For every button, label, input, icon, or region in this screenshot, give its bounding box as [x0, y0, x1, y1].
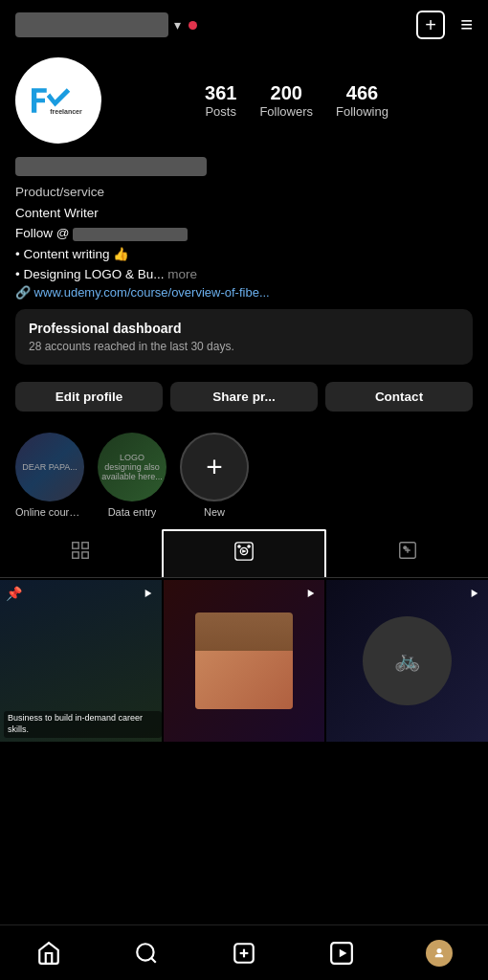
reels-icon: [233, 541, 255, 568]
highlight-circle-1: DEAR PAPA...: [15, 433, 84, 501]
svg-rect-2: [73, 543, 78, 548]
tab-grid[interactable]: [0, 529, 162, 577]
bio-category: Product/service: [15, 182, 473, 203]
svg-text:freelancer: freelancer: [50, 108, 82, 115]
reels-grid: 📌 Business to build in-demand career ski…: [0, 580, 488, 742]
avatar[interactable]: freelancer: [15, 57, 101, 144]
highlight-label-2: Data entry: [108, 506, 157, 518]
nav-add[interactable]: [220, 929, 268, 977]
highlights-section: DEAR PAPA... Online course LOGO & Car...…: [0, 427, 488, 529]
pin-icon: 📌: [6, 586, 22, 601]
profile-nav-avatar: [426, 940, 453, 967]
tab-tagged[interactable]: [326, 529, 488, 577]
display-name-blur: [15, 157, 207, 176]
svg-line-14: [151, 958, 156, 963]
top-bar: ▾ + ≡: [0, 0, 488, 50]
bio-follow: Follow @: [15, 223, 473, 244]
nav-home[interactable]: [25, 929, 73, 977]
follow-username-blur: [73, 228, 188, 241]
add-post-button[interactable]: +: [416, 11, 445, 39]
bottom-nav: [0, 924, 488, 980]
top-bar-left: ▾: [15, 12, 197, 37]
highlight-label-1: Online course LOGO & Car...: [15, 506, 84, 518]
edit-profile-button[interactable]: Edit profile: [15, 382, 163, 412]
dashboard-subtitle: 28 accounts reached in the last 30 days.: [29, 340, 459, 353]
reel-cell-2[interactable]: [164, 580, 325, 742]
stats-row: 361 Posts 200 Followers 466 Following: [121, 82, 473, 119]
svg-rect-4: [73, 552, 78, 558]
following-count: 466: [346, 82, 378, 104]
highlight-label-new: New: [204, 506, 225, 518]
plus-icon: +: [206, 453, 223, 481]
reel-play-icon-3: [467, 586, 482, 605]
username-blur: [15, 12, 168, 37]
svg-marker-19: [340, 948, 347, 957]
add-icon: +: [416, 11, 445, 39]
bio-more[interactable]: more: [167, 267, 197, 281]
bio-section: Product/service Content Writer Follow @ …: [0, 157, 488, 300]
bio-link[interactable]: 🔗 www.udemy.com/course/overview-of-fibe.…: [15, 285, 473, 300]
followers-label: Followers: [259, 104, 313, 119]
tabs-row: [0, 529, 488, 578]
contact-button[interactable]: Contact: [325, 382, 473, 412]
bio-title: Content Writer: [15, 203, 473, 224]
nav-profile[interactable]: [415, 929, 463, 977]
highlight-item-1[interactable]: DEAR PAPA... Online course LOGO & Car...: [15, 433, 84, 518]
share-profile-button[interactable]: Share pr...: [170, 382, 318, 412]
add-icon: [232, 941, 256, 966]
following-label: Following: [336, 104, 388, 119]
following-stat[interactable]: 466 Following: [336, 82, 388, 119]
bio-bullet2: • Designing LOGO & Bu... more: [15, 264, 473, 285]
profile-logo: freelancer: [17, 59, 100, 142]
bio-bullet2-text: • Designing LOGO & Bu...: [15, 267, 165, 281]
link-text: 🔗 www.udemy.com/course/overview-of-fibe.…: [15, 285, 270, 300]
profile-section: freelancer 361 Posts 200 Followers 466 F…: [0, 50, 488, 144]
hamburger-icon: ≡: [460, 12, 473, 37]
reel-play-icon-1: [141, 586, 156, 605]
posts-stat[interactable]: 361 Posts: [205, 82, 236, 119]
highlight-circle-new: +: [180, 433, 249, 501]
home-icon: [36, 941, 61, 966]
nav-reels[interactable]: [318, 929, 366, 977]
profile-header: freelancer 361 Posts 200 Followers 466 F…: [15, 57, 473, 144]
top-bar-right: + ≡: [416, 11, 473, 39]
posts-count: 361: [205, 82, 236, 104]
followers-stat[interactable]: 200 Followers: [259, 82, 313, 119]
svg-point-13: [137, 944, 153, 960]
svg-marker-10: [242, 549, 247, 553]
reel-play-icon-2: [303, 586, 319, 605]
svg-point-8: [238, 546, 240, 547]
svg-point-12: [404, 546, 407, 549]
dashboard-title: Professional dashboard: [29, 321, 459, 336]
reel-text-1: Business to build in-demand career skill…: [4, 711, 162, 737]
followers-count: 200: [271, 82, 302, 104]
grid-icon: [70, 540, 91, 567]
svg-rect-5: [82, 552, 88, 558]
highlight-item-new[interactable]: + New: [180, 433, 249, 518]
bio-bullet1: • Content writing 👍: [15, 244, 473, 265]
nav-search[interactable]: [122, 929, 170, 977]
highlight-item-2[interactable]: LOGO designing also available here... Da…: [98, 433, 166, 518]
svg-rect-3: [82, 543, 88, 548]
tagged-icon: [397, 540, 418, 567]
reels-nav-icon: [329, 941, 354, 966]
highlight-circle-2: LOGO designing also available here...: [98, 433, 166, 501]
search-icon: [134, 941, 159, 966]
reel-cell-1[interactable]: 📌 Business to build in-demand career ski…: [0, 580, 162, 742]
professional-dashboard[interactable]: Professional dashboard 28 accounts reach…: [15, 309, 473, 365]
tab-reels[interactable]: [162, 529, 327, 577]
menu-button[interactable]: ≡: [460, 12, 473, 37]
posts-label: Posts: [205, 104, 236, 119]
action-buttons: Edit profile Share pr... Contact: [0, 374, 488, 419]
chevron-down-icon[interactable]: ▾: [174, 17, 181, 33]
reel-cell-3[interactable]: 🚲: [326, 580, 488, 742]
svg-point-21: [437, 948, 442, 953]
notification-dot: [189, 21, 197, 30]
svg-point-9: [248, 546, 250, 547]
